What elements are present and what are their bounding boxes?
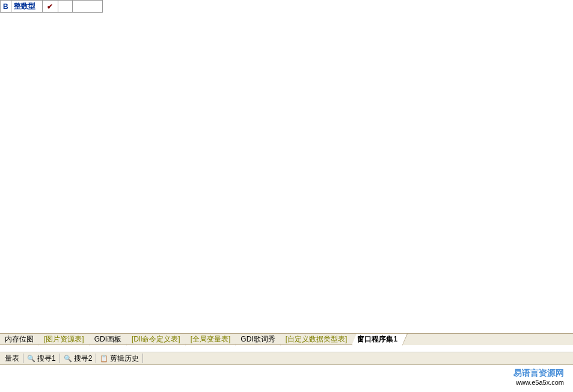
search-icon: 🔍 [27,354,35,363]
watermark-url: www.e5a5x.com [513,379,564,386]
tab-gdi-lyrics[interactable]: GDI歌词秀 [236,334,280,345]
tabs-bar: 内存位图 [图片资源表] GDI画板 [Dll命令定义表] [全局变量表] GD… [0,333,573,345]
bottom-strip [0,366,573,392]
toolbar-label: 搜寻2 [74,354,93,364]
toolbar-clipboard-history[interactable]: 📋 剪辑历史 [96,354,143,363]
tab-window-assembly[interactable]: 窗口程序集1 [352,334,403,345]
toolbar-search1[interactable]: 🔍 搜寻1 [23,354,60,363]
tab-label: 窗口程序集1 [357,334,397,345]
toolbar-label: 搜寻1 [37,354,56,364]
bottom-toolbar: 量表 🔍 搜寻1 🔍 搜寻2 📋 剪辑历史 [0,352,573,365]
tab-dll-commands[interactable]: [Dll命令定义表] [127,334,186,345]
tab-custom-types[interactable]: [自定义数据类型表] [281,334,353,345]
cell-type[interactable]: 整数型 [11,1,42,13]
clipboard-icon: 📋 [100,354,108,363]
tab-memory-bitmap[interactable]: 内存位图 [0,334,39,345]
tab-gdi-canvas[interactable]: GDI画板 [90,334,127,345]
tab-label: 内存位图 [5,334,34,345]
toolbar-search2[interactable]: 🔍 搜寻2 [60,354,97,363]
tab-label: [Dll命令定义表] [132,334,180,345]
tab-label: [图片资源表] [44,334,84,345]
cell-empty[interactable] [58,1,72,13]
editor-area [0,13,573,337]
watermark: 易语言资源网 www.e5a5x.com [513,368,564,386]
cell-empty[interactable] [72,1,102,13]
tab-label: [全局变量表] [191,334,231,345]
search-icon: 🔍 [64,354,72,363]
toolbar-table[interactable]: 量表 [1,354,23,363]
tab-image-resource[interactable]: [图片资源表] [39,334,90,345]
toolbar-label: 剪辑历史 [110,354,139,364]
tab-global-vars[interactable]: [全局变量表] [186,334,236,345]
tab-label: GDI画板 [94,334,121,345]
data-table-fragment: B 整数型 ✔ [0,0,103,13]
cell-name[interactable]: B [1,1,11,13]
cell-check[interactable]: ✔ [42,1,58,13]
toolbar-label: 量表 [5,354,19,364]
watermark-title: 易语言资源网 [513,368,564,379]
tab-label: [自定义数据类型表] [286,334,348,345]
tab-label: GDI歌词秀 [241,334,275,345]
table-row: B 整数型 ✔ [1,1,103,13]
